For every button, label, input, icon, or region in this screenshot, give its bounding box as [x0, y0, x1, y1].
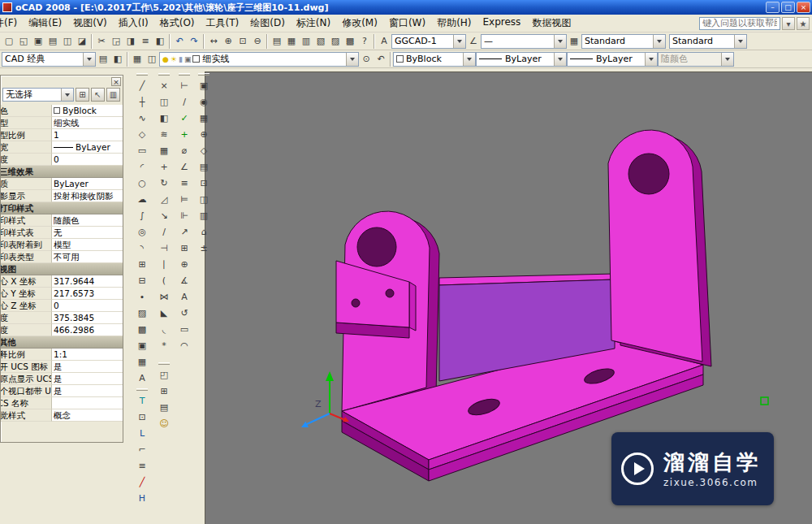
diamond-icon[interactable]: ◇: [197, 143, 211, 158]
select-objects-icon[interactable]: ↖: [91, 88, 105, 102]
help-icon[interactable]: ?: [357, 34, 372, 49]
undo-icon[interactable]: ↶: [172, 34, 187, 49]
gradient-icon[interactable]: ▩: [135, 322, 149, 336]
property-value[interactable]: 投射和接收阴影: [51, 190, 123, 202]
property-value[interactable]: ByBlock: [51, 105, 123, 117]
circle-icon[interactable]: ○: [135, 175, 149, 190]
linear-dimension-icon[interactable]: ⊢: [177, 78, 192, 93]
point-icon[interactable]: ∙: [135, 289, 149, 304]
move-icon[interactable]: +: [157, 159, 171, 174]
close-icon[interactable]: ×: [111, 77, 121, 86]
house-icon[interactable]: ⌂: [197, 224, 211, 239]
circle-dot-icon[interactable]: ◉: [197, 94, 211, 109]
make-object-layer-current-icon[interactable]: ⊙: [359, 52, 374, 67]
menu-item[interactable]: 文件(F): [0, 15, 23, 32]
redo-icon[interactable]: ↷: [187, 34, 201, 49]
close-button[interactable]: ×: [797, 2, 810, 13]
leader-icon[interactable]: ↗: [177, 224, 192, 239]
current-style-combo[interactable]: Standard: [669, 34, 747, 49]
property-value[interactable]: 0: [51, 154, 123, 166]
tolerance-icon[interactable]: ⊞: [177, 240, 192, 255]
viewport-icon[interactable]: ⊡: [135, 409, 149, 424]
menu-item[interactable]: 帮助(H): [431, 15, 477, 32]
open-icon[interactable]: ◱: [16, 34, 31, 49]
menu-item[interactable]: 绘图(D): [244, 15, 291, 32]
erase-icon[interactable]: ×: [157, 78, 171, 93]
chevron-down-icon[interactable]: [734, 35, 746, 48]
smiley-icon[interactable]: ☺: [157, 416, 171, 431]
chevron-down-icon[interactable]: [554, 53, 566, 66]
property-value[interactable]: 0: [51, 300, 123, 312]
3d-model[interactable]: [336, 130, 711, 481]
polyline-icon[interactable]: ∿: [135, 110, 149, 125]
join-icon[interactable]: ⋈: [157, 289, 171, 304]
property-value[interactable]: 不可用: [51, 251, 123, 263]
property-value[interactable]: 217.6573: [51, 288, 123, 300]
square-icon[interactable]: ▣: [197, 78, 211, 93]
chevron-down-icon[interactable]: [453, 35, 465, 48]
baseline-dimension-icon[interactable]: ⊨: [177, 192, 192, 206]
dimension-update-icon[interactable]: ↺: [177, 305, 192, 320]
rows-icon[interactable]: ▤: [157, 400, 171, 414]
aligned-dimension-icon[interactable]: ∕: [177, 94, 192, 109]
grid-icon[interactable]: ⊞: [157, 383, 171, 398]
panel-icon[interactable]: ◰: [157, 367, 171, 382]
chevron-down-icon[interactable]: [83, 53, 95, 66]
menu-item[interactable]: 数据视图: [526, 15, 577, 32]
property-value[interactable]: ByLayer: [51, 178, 123, 190]
table-style-icon[interactable]: ▦: [567, 34, 581, 49]
menu-item[interactable]: 标注(N): [291, 15, 336, 32]
check-icon[interactable]: ✓: [177, 110, 192, 125]
palette-section-header[interactable]: 其他: [1, 336, 123, 349]
paste-icon[interactable]: ◨: [123, 34, 138, 49]
linetype-combo[interactable]: ByLayer: [476, 52, 567, 67]
toolbar-grip[interactable]: [158, 362, 170, 365]
properties-icon[interactable]: ▤: [270, 34, 284, 49]
corner-icon[interactable]: ⌐: [135, 442, 149, 457]
help-search-input[interactable]: [699, 17, 780, 30]
text-style-icon[interactable]: A: [377, 34, 391, 49]
property-value[interactable]: 随颜色: [51, 214, 123, 227]
rows-icon[interactable]: ▤: [197, 159, 211, 174]
menu-item[interactable]: 修改(M): [336, 15, 383, 32]
toolbar-grip[interactable]: [136, 73, 148, 76]
match-properties-icon[interactable]: ≡: [138, 34, 153, 49]
region-icon[interactable]: ▣: [135, 338, 149, 353]
plus-circle-icon[interactable]: ⊕: [197, 127, 211, 141]
rectangle-icon[interactable]: ▭: [135, 143, 149, 158]
property-value[interactable]: 466.2986: [51, 324, 123, 336]
insert-block-icon[interactable]: ⊞: [135, 257, 149, 271]
property-value[interactable]: ByLayer: [51, 141, 123, 154]
list-icon[interactable]: ≡: [135, 458, 149, 473]
cut-icon[interactable]: ✂: [94, 34, 109, 49]
toolbar-grip[interactable]: [179, 73, 190, 76]
stretch-icon[interactable]: ↘: [157, 208, 171, 223]
layer-previous-icon[interactable]: ↶: [374, 52, 388, 67]
break-at-point-icon[interactable]: ∣: [157, 257, 171, 271]
plus-minus-icon[interactable]: ±: [197, 240, 211, 255]
property-value[interactable]: 细实线: [51, 117, 123, 129]
pan-icon[interactable]: ↔: [206, 34, 221, 49]
hatch-icon[interactable]: ▨: [135, 305, 149, 320]
menu-item[interactable]: 工具(T): [201, 15, 245, 32]
drawing-area[interactable]: Z 溜溜自学 zixue.3066.com: [205, 71, 812, 524]
spline-icon[interactable]: ∫: [135, 208, 149, 223]
extend-icon[interactable]: ⊣: [157, 240, 171, 255]
property-value[interactable]: 是: [51, 361, 123, 373]
menu-item[interactable]: 视图(V): [67, 15, 113, 32]
palette-section-header[interactable]: 三维效果: [1, 166, 123, 178]
designcenter-icon[interactable]: ▦: [284, 34, 299, 49]
angular-dimension-icon[interactable]: ∠: [177, 159, 192, 174]
search-icon[interactable]: ▾: [782, 17, 795, 30]
palette-section-header[interactable]: 视图: [1, 263, 123, 275]
menu-item[interactable]: 编辑(E): [23, 15, 67, 32]
letter-h-icon[interactable]: H: [135, 491, 149, 505]
trim-icon[interactable]: ∕: [157, 224, 171, 239]
menu-item[interactable]: 插入(I): [113, 15, 154, 32]
quick-select-icon[interactable]: ▥: [106, 88, 120, 102]
ucs-icon[interactable]: L: [135, 426, 149, 440]
text-icon[interactable]: T: [135, 393, 149, 408]
dimension-edit-icon[interactable]: ∡: [177, 273, 192, 288]
property-value[interactable]: 无: [51, 227, 123, 239]
tool-palettes-icon[interactable]: ▥: [299, 34, 313, 49]
